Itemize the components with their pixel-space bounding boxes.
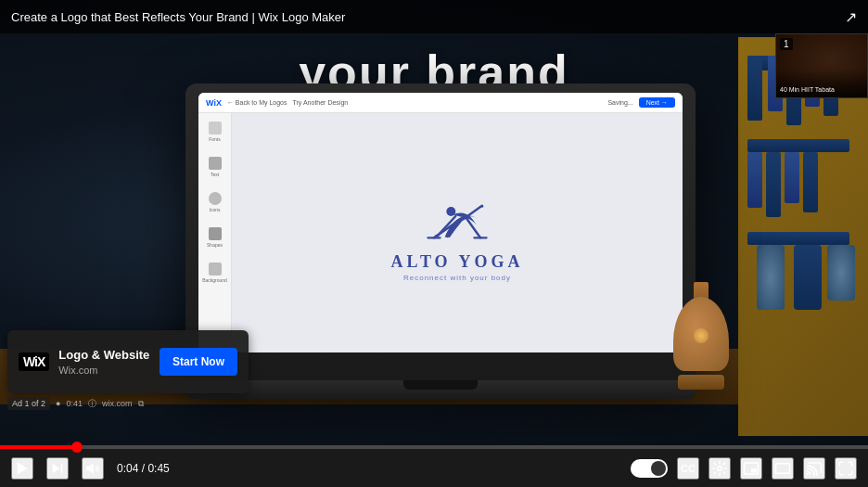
theater-icon (774, 460, 791, 477)
svg-point-6 (435, 235, 438, 237)
ad-text-area: Logo & Website Wix.com (58, 348, 150, 376)
laptop-body: WiX ← Back to My Logos Try Another Desig… (185, 83, 696, 380)
settings-icon (711, 460, 728, 477)
svg-point-11 (718, 466, 722, 470)
ad-title: Logo & Website (58, 348, 150, 364)
ad-external-icon: ⧉ (138, 399, 144, 409)
svg-point-15 (806, 472, 808, 474)
yoga-figure-svg (411, 184, 504, 249)
total-time: 0:45 (147, 462, 169, 475)
fullscreen-button[interactable] (835, 457, 857, 480)
laptop: WiX ← Back to My Logos Try Another Desig… (185, 83, 696, 399)
alto-yoga-logo: ALTO YOGA Reconnect with your body (391, 184, 524, 282)
current-time: 0:04 (117, 462, 138, 475)
controls-row: 0:04 / 0:45 CC (0, 449, 868, 487)
volume-icon (84, 460, 101, 477)
theater-button[interactable] (772, 457, 794, 480)
svg-rect-13 (751, 468, 757, 473)
svg-rect-14 (776, 463, 790, 473)
thumbnail-title: 40 Min HIIT Tabata (780, 86, 863, 94)
sidebar-item-5: Background (202, 260, 228, 286)
right-controls: CC (631, 457, 857, 480)
wix-toolbar: WiX ← Back to My Logos Try Another Desig… (198, 93, 683, 113)
ad-duration: 0:41 (66, 399, 83, 408)
progress-fill (0, 445, 77, 449)
play-icon (14, 460, 31, 477)
laptop-base (185, 380, 696, 399)
toggle-knob (651, 461, 666, 476)
share-icon[interactable]: ↗ (845, 8, 857, 26)
wix-logo: WiX (206, 98, 222, 108)
wix-main-area: Fonts Text Icons (198, 113, 683, 352)
svg-marker-8 (53, 463, 60, 473)
play-button[interactable] (11, 457, 33, 480)
thumbnail-video[interactable]: 1 40 Min HIIT Tabata (775, 33, 868, 98)
laptop-screen: WiX ← Back to My Logos Try Another Desig… (198, 93, 683, 352)
time-display: 0:04 / 0:45 (117, 462, 170, 475)
ad-overlay: WiX Logo & Website Wix.com Start Now (7, 330, 249, 393)
laptop-notch (403, 380, 478, 390)
saving-text: Saving... (607, 99, 632, 106)
wix-canvas: ALTO YOGA Reconnect with your body (232, 113, 683, 352)
progress-bar[interactable] (0, 445, 868, 449)
miniplayer-icon (743, 460, 760, 477)
alto-yoga-name: ALTO YOGA (391, 252, 524, 272)
skip-next-button[interactable] (46, 457, 69, 480)
ad-info-bar: Ad 1 of 2 ● 0:41 ⓘ wix.com ⧉ (7, 397, 249, 410)
fullscreen-icon (837, 460, 854, 477)
ad-url: Wix.com (58, 365, 150, 376)
video-title: Create a Logo that Best Reflects Your Br… (11, 10, 345, 24)
wix-editor: WiX ← Back to My Logos Try Another Desig… (198, 93, 683, 352)
video-title-bar: Create a Logo that Best Reflects Your Br… (0, 0, 868, 33)
ad-wix-brand: WiX (19, 352, 49, 371)
sidebar-item-2: Text (202, 154, 228, 180)
svg-rect-9 (61, 463, 63, 473)
thumbnail-number: 1 (780, 38, 793, 50)
ad-info-dot: ⓘ (88, 398, 96, 410)
svg-marker-7 (18, 462, 28, 475)
start-now-button[interactable]: Start Now (160, 348, 237, 376)
try-another: Try Another Design (293, 99, 349, 106)
diffuser-body (673, 297, 729, 371)
ad-badge: Ad 1 of 2 (7, 397, 50, 410)
ad-duration-icon: ● (56, 399, 60, 408)
next-button[interactable]: Next → (639, 97, 675, 108)
video-player: Create a Logo that Best Reflects Your Br… (0, 0, 868, 445)
captions-button[interactable]: CC (677, 457, 699, 480)
back-nav: ← Back to My Logos (227, 99, 287, 106)
ad-info-url: wix.com (102, 399, 133, 408)
miniplayer-button[interactable] (740, 457, 762, 480)
skip-icon (49, 460, 66, 477)
cast-icon (806, 460, 823, 477)
wix-sidebar: Fonts Text Icons (198, 113, 232, 352)
ad-logo-area: WiX (19, 352, 49, 371)
alto-yoga-tagline: Reconnect with your body (403, 274, 511, 282)
diffuser (673, 297, 729, 390)
sidebar-item-3: Icons (202, 189, 228, 215)
autoplay-toggle[interactable] (631, 459, 668, 478)
svg-point-5 (480, 205, 483, 208)
controls-bar: 0:04 / 0:45 CC (0, 445, 868, 487)
sidebar-item-4: Shapes (202, 224, 228, 250)
laptop-screen-bezel: WiX ← Back to My Logos Try Another Desig… (198, 93, 683, 352)
diffuser-base (678, 375, 724, 390)
sidebar-item-1: Fonts (202, 119, 228, 145)
svg-marker-10 (86, 463, 94, 474)
cast-button[interactable] (803, 457, 825, 480)
diffuser-glow (694, 328, 708, 343)
volume-button[interactable] (82, 457, 104, 480)
settings-button[interactable] (708, 457, 731, 480)
